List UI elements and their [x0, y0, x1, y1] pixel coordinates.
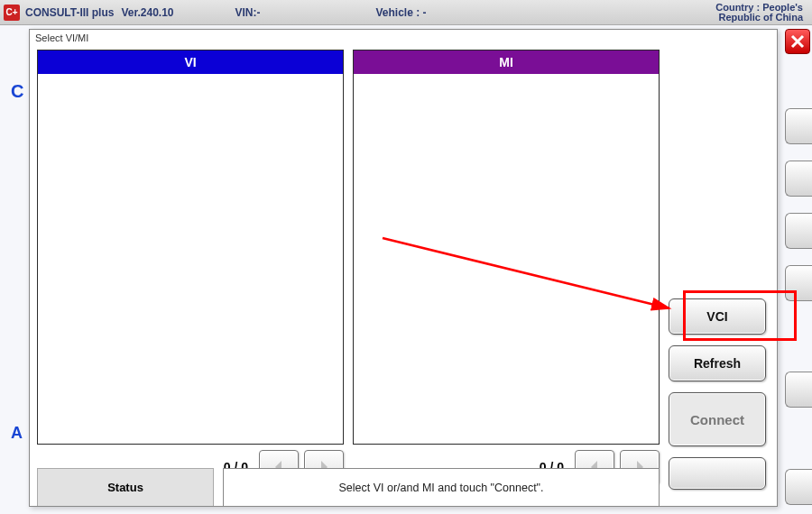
side-ghost-button [785, 469, 812, 505]
vi-panel-body [38, 74, 343, 444]
app-version: Ver.240.10 [121, 6, 173, 19]
mi-panel-body [354, 74, 659, 444]
connect-button[interactable]: Connect [669, 392, 766, 446]
refresh-button[interactable]: Refresh [669, 345, 766, 381]
app-logo-icon: C+ [4, 5, 20, 21]
vci-button[interactable]: VCI [669, 298, 766, 335]
dialog-bottom-bar: Status Select VI or/and MI and touch "Co… [37, 468, 660, 506]
side-ghost-button [785, 213, 812, 249]
country-label: Country : People's Republic of China [715, 3, 808, 23]
close-icon [790, 34, 805, 49]
mi-panel[interactable]: MI [353, 50, 660, 445]
mi-panel-header: MI [354, 50, 659, 74]
app-name: CONSULT-III plus [25, 6, 114, 19]
vi-panel-header: VI [38, 50, 343, 74]
side-ghost-button [785, 161, 812, 197]
dialog-title: Select VI/MI [30, 30, 777, 46]
vi-panel[interactable]: VI [37, 50, 344, 445]
close-button[interactable] [785, 29, 810, 54]
side-ghost-button [785, 372, 812, 408]
status-label: Status [37, 468, 214, 506]
background-text: C [11, 81, 23, 102]
side-ghost-button [785, 108, 812, 144]
background-side-buttons [785, 108, 812, 505]
app-header: C+ CONSULT-III plus Ver.240.10 VIN:- Veh… [0, 0, 812, 25]
extra-button[interactable] [669, 457, 766, 490]
dialog-actions: VCI Refresh Connect [669, 50, 770, 490]
background-text: A [11, 424, 23, 443]
vin-label: VIN:- [235, 6, 261, 19]
hint-text: Select VI or/and MI and touch "Connect". [223, 468, 660, 506]
side-ghost-button [785, 265, 812, 301]
vehicle-label: Vehicle : - [376, 6, 427, 19]
select-vi-mi-dialog: Select VI/MI VI 0 / 0 MI [29, 29, 778, 507]
